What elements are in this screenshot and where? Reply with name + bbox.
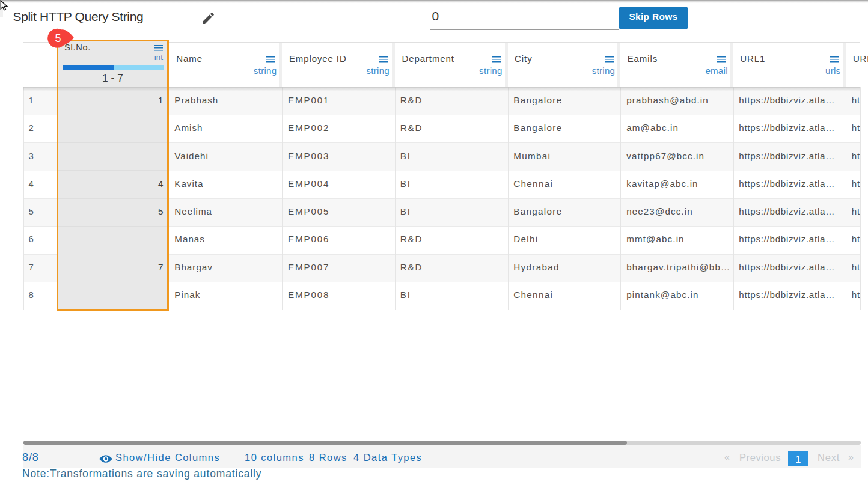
svg-text:5: 5 bbox=[55, 32, 61, 44]
